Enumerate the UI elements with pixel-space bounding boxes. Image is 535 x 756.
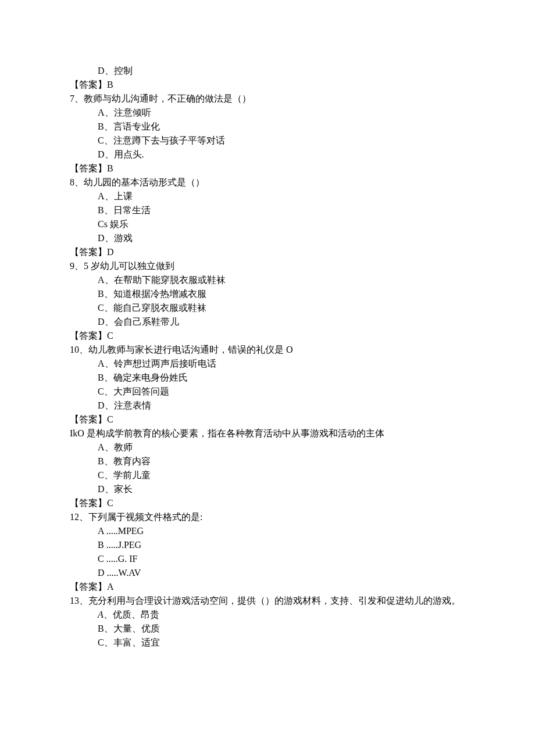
- text-line: B、知道根据冷热增减衣服: [70, 287, 465, 301]
- text-line: D、会自己系鞋带儿: [70, 315, 465, 329]
- text-line: C、能自己穿脱衣服或鞋袜: [70, 301, 465, 315]
- text-line: IkO 是构成学前教育的核心要素，指在各种教育活动中从事游戏和活动的主体: [70, 427, 465, 440]
- text-line: 10、幼儿教师与家长进行电话沟通时，错误的礼仪是 O: [70, 343, 465, 357]
- text-line: 【答案】A: [70, 580, 465, 594]
- text-line: D、游戏: [70, 231, 465, 245]
- text-line: 【答案】C: [70, 496, 465, 510]
- text-line: 12、下列属于视频文件格式的是:: [70, 510, 465, 524]
- text-line: C、学前儿童: [70, 468, 465, 482]
- text-line: 【答案】C: [70, 413, 465, 427]
- text-line: A、优质、昂贵: [70, 608, 465, 622]
- text-line: 8、幼儿园的基本活动形式是（）: [70, 175, 465, 189]
- text-line: A、上课: [70, 189, 465, 203]
- text-line: D、用点头.: [70, 148, 465, 162]
- text-segment: 、优质、昂贵: [104, 610, 159, 619]
- text-line: B、言语专业化: [70, 120, 465, 134]
- text-line: A、在帮助下能穿脱衣服或鞋袜: [70, 273, 465, 287]
- text-line: 9、5 岁幼儿可以独立做到: [70, 259, 465, 273]
- text-line: D、注意表情: [70, 399, 465, 413]
- text-line: D .....W.AV: [70, 566, 465, 580]
- text-line: A、教师: [70, 440, 465, 454]
- text-line: C .....G. IF: [70, 552, 465, 566]
- text-line: B、确定来电身份姓氏: [70, 371, 465, 385]
- text-line: 【答案】B: [70, 78, 465, 92]
- text-line: B、教育内容: [70, 454, 465, 468]
- text-line: 13、充分利用与合理设计游戏活动空间，提供（）的游戏材料，支持、引发和促进幼儿的…: [70, 594, 465, 608]
- document-page: D、控制【答案】B7、教师与幼儿沟通时，不正确的做法是（）A、注意倾听B、言语专…: [0, 0, 535, 756]
- text-line: C、大声回答问题: [70, 385, 465, 399]
- text-line: C、丰富、适宜: [70, 636, 465, 650]
- text-line: A、注意倾听: [70, 106, 465, 120]
- text-line: B、大量、优质: [70, 622, 465, 636]
- text-line: B、日常生活: [70, 203, 465, 217]
- text-line: D、控制: [70, 64, 465, 78]
- text-line: Cs 娱乐: [70, 217, 465, 231]
- text-line: 【答案】C: [70, 329, 465, 343]
- text-line: A .....MPEG: [70, 524, 465, 538]
- text-line: A、铃声想过两声后接听电话: [70, 357, 465, 371]
- text-line: D、家长: [70, 482, 465, 496]
- text-line: 【答案】D: [70, 245, 465, 259]
- text-line: B .....J.PEG: [70, 538, 465, 552]
- text-line: C、注意蹲下去与孩子平等对话: [70, 134, 465, 148]
- text-line: 7、教师与幼儿沟通时，不正确的做法是（）: [70, 92, 465, 106]
- text-line: 【答案】B: [70, 162, 465, 175]
- italic-prefix: A: [98, 610, 104, 619]
